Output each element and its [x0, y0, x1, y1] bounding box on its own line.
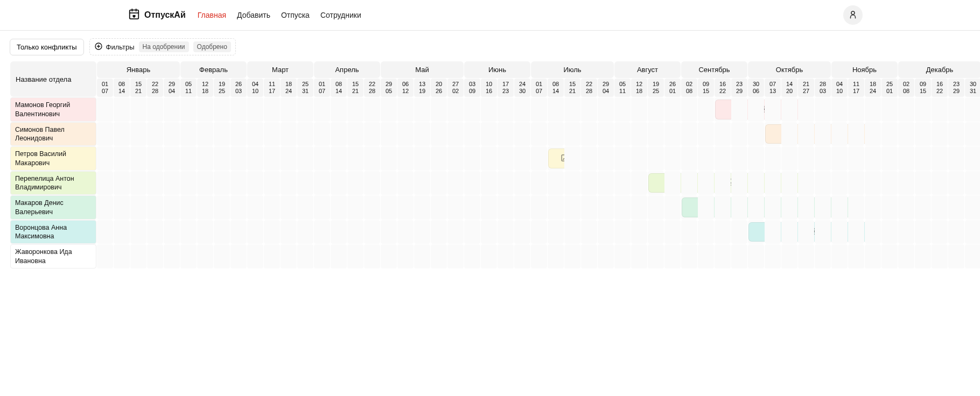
calendar-cell: [631, 171, 647, 195]
week-header: 27 02: [447, 79, 464, 97]
calendar-cell: [698, 195, 714, 220]
calendar-cell: [498, 171, 514, 195]
calendar-cell: [114, 244, 130, 268]
calendar-cell: [414, 122, 430, 146]
calendar-cell: [815, 122, 831, 146]
calendar-cell: [230, 122, 247, 146]
calendar-head: Название отделаЯнварьФевральМартАпрельМа…: [10, 61, 980, 97]
calendar-cell: [114, 97, 130, 122]
calendar-cell: [581, 97, 597, 122]
calendar-cell: [614, 171, 631, 195]
calendar-cell: [698, 171, 714, 195]
calendar-cell: [97, 195, 113, 220]
employee-name[interactable]: Перепелица Антон Владимирович: [10, 171, 96, 195]
calendar-cell: [381, 97, 397, 122]
calendar-cell: [932, 122, 948, 146]
calendar-cell: [664, 220, 681, 244]
calendar-cell: [564, 220, 580, 244]
user-menu-button[interactable]: [843, 5, 863, 25]
week-header: 09 15: [915, 79, 931, 97]
calendar-cell: [915, 195, 931, 220]
calendar-cell: [932, 97, 948, 122]
calendar-cell: [898, 195, 914, 220]
filter-tag-approved[interactable]: Одобрено: [193, 41, 231, 52]
calendar-cell: [314, 171, 330, 195]
calendar-cell: [948, 171, 964, 195]
calendar-cell: [564, 195, 580, 220]
calendar-cell: [748, 97, 764, 122]
only-conflicts-button[interactable]: Только конфликты: [10, 39, 84, 55]
calendar-cell: [264, 146, 280, 171]
nav-add[interactable]: Добавить: [237, 11, 270, 19]
calendar-cell: [681, 97, 697, 122]
calendar-cell: [798, 195, 814, 220]
calendar-cell: [631, 146, 647, 171]
calendar-cell: [765, 220, 781, 244]
calendar-cell: [431, 220, 447, 244]
calendar-cell: [815, 195, 831, 220]
calendar-cell: [147, 244, 163, 268]
calendar-cell: [898, 171, 914, 195]
week-header: 22 28: [364, 79, 380, 97]
nav-employees[interactable]: Сотрудники: [320, 11, 361, 19]
calendar-cell: [130, 146, 146, 171]
employee-name[interactable]: Макаров Денис Валерьевич: [10, 195, 96, 220]
calendar-cell: [848, 171, 864, 195]
calendar-cell: [948, 244, 964, 268]
employee-name[interactable]: Петров Василий Макарович: [10, 146, 96, 171]
calendar-cell: [381, 244, 397, 268]
employee-name[interactable]: Воронцова Анна Максимовна: [10, 220, 96, 244]
calendar-cell: [247, 146, 263, 171]
calendar-cell: [698, 122, 714, 146]
calendar-cell: [915, 220, 931, 244]
week-header: 19 25: [648, 79, 664, 97]
filter-tag-pending[interactable]: На одобрении: [139, 41, 189, 52]
toolbar: Только конфликты Фильтры На одобрении Од…: [0, 31, 980, 61]
calendar-cell: [514, 195, 530, 220]
week-header: 15 21: [347, 79, 363, 97]
side-header: Название отдела: [10, 61, 96, 97]
calendar-cell: [247, 97, 263, 122]
calendar-cell: [698, 97, 714, 122]
nav-vacations[interactable]: Отпуска: [281, 11, 310, 19]
calendar-cell: [147, 195, 163, 220]
calendar-cell: [531, 244, 547, 268]
calendar-cell: [715, 220, 731, 244]
calendar-cell: [464, 146, 480, 171]
calendar-cell: [748, 195, 764, 220]
header-left: ОтпускАй Главная Добавить Отпуска Сотруд…: [10, 8, 361, 22]
calendar-cell: [114, 171, 130, 195]
calendar-cell: [831, 171, 848, 195]
calendar-cell: [347, 171, 363, 195]
calendar-cell: [180, 97, 197, 122]
employee-name[interactable]: Симонов Павел Леонидович: [10, 122, 96, 146]
calendar-cell: [381, 171, 397, 195]
month-header: Февраль: [180, 61, 247, 78]
calendar-cell: [214, 220, 230, 244]
calendar-cell: [414, 171, 430, 195]
calendar-cell: [531, 122, 547, 146]
calendar-cell: [381, 146, 397, 171]
week-header: 15 21: [130, 79, 146, 97]
calendar-cell: [481, 220, 497, 244]
calendar-cell: [214, 171, 230, 195]
nav-home[interactable]: Главная: [198, 11, 226, 19]
filters-box[interactable]: Фильтры На одобрении Одобрено: [89, 38, 236, 55]
employee-row: Мамонов Георгий Валентинович: [10, 97, 980, 122]
calendar-cell: [715, 122, 731, 146]
calendar-cell: [581, 195, 597, 220]
calendar-cell: [664, 146, 681, 171]
month-header: Май: [381, 61, 464, 78]
calendar-cell: [781, 146, 797, 171]
calendar-cell: [397, 195, 414, 220]
brand[interactable]: ОтпускАй: [128, 8, 186, 22]
employee-name[interactable]: Мамонов Георгий Валентинович: [10, 97, 96, 122]
calendar-cell: [548, 244, 564, 268]
employee-name[interactable]: Жаворонкова Ида Ивановна: [10, 244, 96, 268]
calendar-cell: [314, 220, 330, 244]
calendar-cell: [548, 171, 564, 195]
calendar-cell: [798, 171, 814, 195]
calendar-cell: [498, 97, 514, 122]
calendar-cell: [848, 195, 864, 220]
calendar-cell: [831, 122, 848, 146]
